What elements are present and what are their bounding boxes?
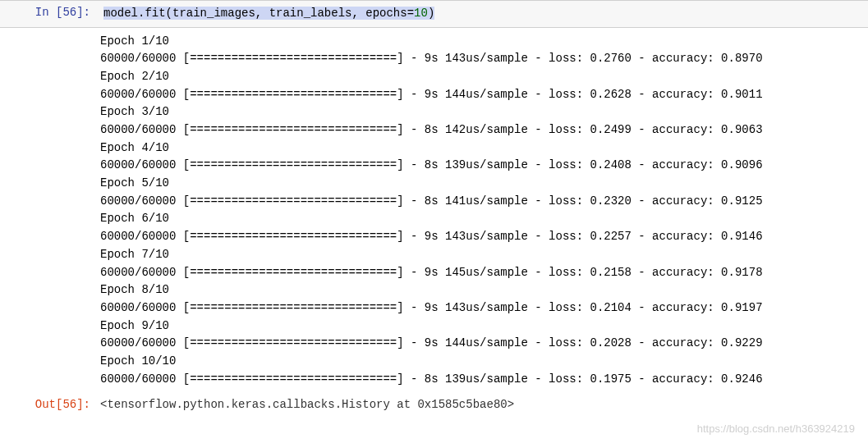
stdout-output[interactable]: Epoch 1/10 60000/60000 [================…: [99, 33, 868, 389]
notebook-cell: In [56]: model.fit(train_images, train_l…: [0, 0, 868, 417]
execution-result[interactable]: <tensorflow.python.keras.callbacks.Histo…: [99, 396, 868, 413]
code-token-number: 10: [414, 7, 428, 20]
watermark-text: https://blog.csdn.net/h363924219: [697, 422, 855, 435]
code-input-area[interactable]: model.fit(train_images, train_labels, ep…: [99, 4, 868, 24]
cell-input-row: In [56]: model.fit(train_images, train_l…: [0, 0, 868, 28]
notebook-cell-container: In [56]: model.fit(train_images, train_l…: [0, 0, 868, 443]
code-token-suffix: ): [428, 7, 434, 20]
stdout-prompt-spacer: [0, 33, 99, 34]
input-prompt: In [56]:: [0, 4, 99, 19]
code-token-call: model.fit(train_images, train_labels, ep…: [103, 7, 407, 20]
cell-result-row: Out[56]: <tensorflow.python.keras.callba…: [0, 390, 868, 417]
code-selection[interactable]: model.fit(train_images, train_labels, ep…: [103, 7, 434, 20]
code-token-equals: =: [407, 7, 414, 20]
cell-stdout-row: Epoch 1/10 60000/60000 [================…: [0, 28, 868, 390]
output-prompt: Out[56]:: [0, 396, 99, 411]
